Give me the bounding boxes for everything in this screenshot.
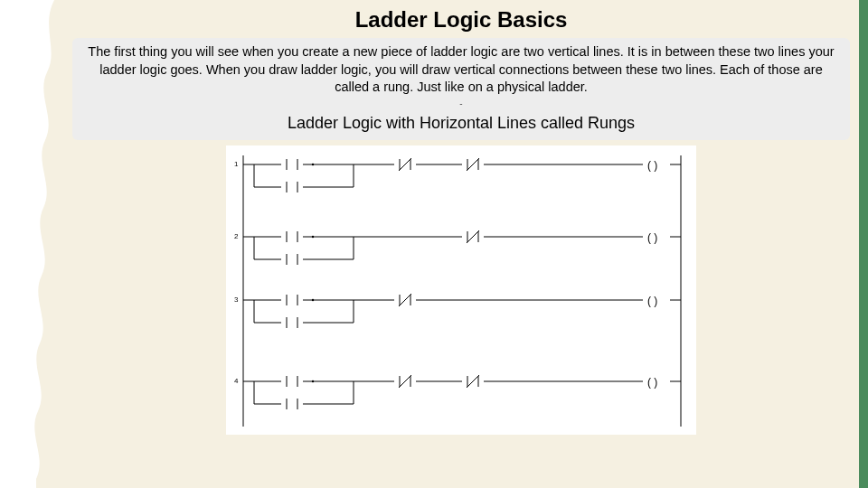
svg-rect-3 (281, 159, 303, 170)
svg-rect-75 (281, 399, 303, 409)
rung-2: ( ) (243, 230, 681, 265)
svg-point-27 (312, 235, 314, 237)
rung-3: ( ) (243, 294, 681, 328)
accent-bar (859, 0, 868, 488)
wavy-edge-decoration (0, 0, 63, 488)
rung-4: ( ) (243, 375, 681, 409)
svg-rect-58 (281, 376, 303, 387)
svg-rect-54 (281, 317, 303, 328)
svg-text:(  ): ( ) (647, 376, 657, 389)
rung-label-3: 3 (234, 296, 239, 304)
svg-point-44 (312, 298, 314, 300)
text-block: The first thing you will see when you cr… (72, 38, 850, 140)
rung-1: ( ) (243, 158, 681, 192)
svg-text:(  ): ( ) (647, 231, 657, 244)
svg-point-6 (312, 163, 314, 164)
svg-rect-41 (281, 295, 303, 305)
dash: - (81, 99, 841, 108)
rung-label-2: 2 (234, 232, 239, 240)
svg-rect-24 (281, 231, 303, 242)
svg-text:(  ): ( ) (647, 159, 657, 172)
slide-title: Ladder Logic Basics (72, 7, 850, 33)
rung-label-4: 4 (234, 377, 239, 385)
svg-text:(  ): ( ) (647, 295, 657, 307)
body-paragraph: The first thing you will see when you cr… (81, 43, 841, 97)
diagram-wrap: 1 2 3 4 (72, 145, 850, 435)
svg-rect-37 (281, 254, 303, 265)
rung-label-1: 1 (234, 160, 239, 168)
subtitle: Ladder Logic with Horizontal Lines calle… (81, 114, 841, 133)
slide-content: Ladder Logic Basics The first thing you … (72, 7, 850, 435)
svg-point-61 (312, 380, 314, 381)
svg-rect-20 (281, 182, 303, 192)
ladder-diagram: 1 2 3 4 (226, 145, 696, 435)
